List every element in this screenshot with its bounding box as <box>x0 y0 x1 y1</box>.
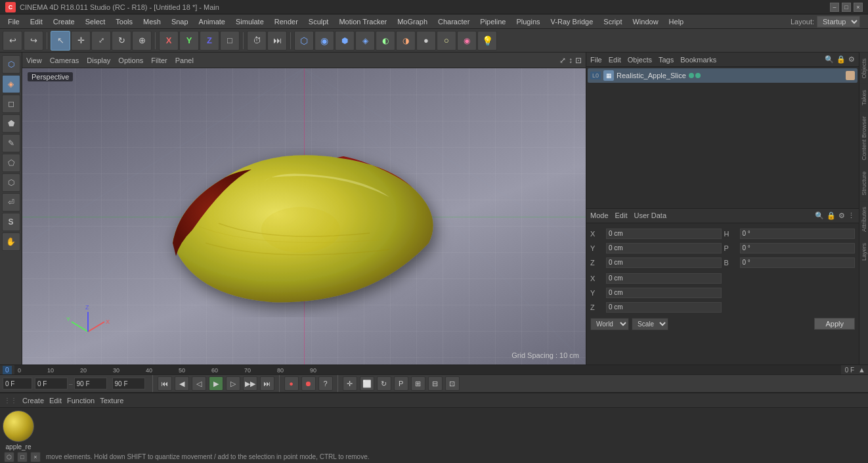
size-x-input[interactable] <box>606 273 722 284</box>
coord-b-input[interactable] <box>740 257 856 268</box>
light2-btn[interactable]: 💡 <box>477 31 497 51</box>
menu-simulate[interactable]: Simulate <box>230 16 269 27</box>
param-key-btn[interactable]: P <box>394 376 408 391</box>
attr-menu-mode[interactable]: Mode <box>590 211 609 219</box>
prev-key-button[interactable]: ◀ <box>175 376 189 391</box>
timeline-expand-btn[interactable]: ▲ <box>858 366 865 374</box>
tab-structure[interactable]: Structure <box>859 165 868 201</box>
vp-menu-filter[interactable]: Filter <box>151 56 167 64</box>
menu-animate[interactable]: Animate <box>194 16 230 27</box>
material-swatch-apple[interactable] <box>3 410 34 442</box>
obj-lock-icon[interactable]: 🔒 <box>836 55 846 64</box>
tab-attributes[interactable]: Attributes <box>859 201 868 237</box>
help-button[interactable]: ? <box>318 376 333 391</box>
menu-plugins[interactable]: Plugins <box>511 16 545 27</box>
tab-takes[interactable]: Takes <box>859 84 868 111</box>
poly-btn[interactable]: ⬢ <box>335 31 355 51</box>
rotate-key-btn[interactable]: ↻ <box>377 376 391 391</box>
obj-settings-icon[interactable]: ⚙ <box>848 55 855 64</box>
layout-dropdown[interactable]: Startup <box>817 16 860 28</box>
vp-ctrl-1[interactable]: ⤢ <box>559 56 566 65</box>
tab-objects[interactable]: Objects <box>859 53 868 84</box>
edge-mode-btn[interactable]: ⬟ <box>2 114 20 133</box>
axis-z-button[interactable]: Z <box>200 31 219 51</box>
polygon-mode-btn[interactable]: ◻ <box>2 95 20 113</box>
deform-btn[interactable]: ◐ <box>376 31 395 51</box>
attr-settings-icon[interactable]: ⚙ <box>838 211 845 220</box>
prev-frame-button[interactable]: ◁ <box>192 376 206 391</box>
keyframe-button[interactable]: ⏭ <box>267 31 287 51</box>
autokey-button[interactable]: ⏺ <box>301 376 316 391</box>
vp-ctrl-2[interactable]: ↕ <box>569 56 573 65</box>
texture-mode-btn[interactable]: ◈ <box>2 75 20 93</box>
object-mode-btn[interactable]: ⬡ <box>2 55 20 74</box>
obj-menu-objects[interactable]: Objects <box>628 56 652 64</box>
menu-character[interactable]: Character <box>433 16 475 27</box>
menu-file[interactable]: File <box>3 16 25 27</box>
vp-menu-panel[interactable]: Panel <box>175 56 194 64</box>
snap-btn[interactable]: ⬡ <box>2 173 20 192</box>
s-btn[interactable]: S <box>2 213 20 231</box>
current-frame-input[interactable] <box>3 378 32 389</box>
menu-sculpt[interactable]: Sculpt <box>303 16 334 27</box>
scale-system-dropdown[interactable]: Scale Size <box>632 318 668 330</box>
menu-mesh[interactable]: Mesh <box>138 16 166 27</box>
coord-p-input[interactable] <box>740 243 856 254</box>
attr-lock-icon[interactable]: 🔒 <box>827 211 836 220</box>
obj-menu-edit[interactable]: Edit <box>609 56 621 64</box>
tab-layers[interactable]: Layers <box>859 237 868 266</box>
cube-btn[interactable]: ⬡ <box>294 31 314 51</box>
obj-menu-tags[interactable]: Tags <box>659 56 674 64</box>
attr-menu-userdata[interactable]: User Data <box>634 211 667 219</box>
grab-btn[interactable]: ✋ <box>2 232 20 251</box>
sphere-btn[interactable]: ◉ <box>315 31 334 51</box>
point-key-btn[interactable]: ⊟ <box>428 376 443 391</box>
end-frame-input[interactable] <box>74 378 107 389</box>
axis-y-button[interactable]: Y <box>179 31 199 51</box>
live-select-btn[interactable]: ⬠ <box>2 154 20 172</box>
coord-h-input[interactable] <box>740 229 856 239</box>
obj-search-icon[interactable]: 🔍 <box>825 55 834 64</box>
menu-snap[interactable]: Snap <box>166 16 194 27</box>
menu-script[interactable]: Script <box>598 16 627 27</box>
camera-btn[interactable]: ● <box>416 31 436 51</box>
vp-menu-view[interactable]: View <box>26 56 42 64</box>
object-name-label[interactable]: Realistic_Apple_Slice <box>617 72 686 79</box>
vp-menu-options[interactable]: Options <box>118 56 143 64</box>
timeline-frame-marker[interactable]: 0 <box>3 366 12 374</box>
go-end-button[interactable]: ⏭ <box>260 376 274 391</box>
vp-menu-cameras[interactable]: Cameras <box>50 56 79 64</box>
size-z-input[interactable] <box>606 302 722 313</box>
next-frame-button[interactable]: ▷ <box>226 376 240 391</box>
apple-slice-3d[interactable] <box>140 112 468 322</box>
vp-ctrl-3[interactable]: ⊡ <box>575 56 582 65</box>
menu-edit[interactable]: Edit <box>25 16 48 27</box>
return-btn[interactable]: ⏎ <box>2 193 20 211</box>
coord-z1-input[interactable] <box>606 257 722 268</box>
menu-vray[interactable]: V-Ray Bridge <box>546 16 599 27</box>
scale-tool[interactable]: ⤢ <box>91 31 111 51</box>
redo-button[interactable]: ↪ <box>24 31 43 51</box>
attr-search-icon[interactable]: 🔍 <box>815 211 824 220</box>
next-key-button[interactable]: ▶▶ <box>243 376 257 391</box>
menu-pipeline[interactable]: Pipeline <box>475 16 511 27</box>
object-tag-icon[interactable] <box>846 71 855 80</box>
transform-tool[interactable]: ⊕ <box>132 31 152 51</box>
vis-dot-2[interactable] <box>695 73 701 78</box>
vis-dot-1[interactable] <box>689 73 694 78</box>
move-key-btn[interactable]: ✛ <box>343 376 357 391</box>
minimize-button[interactable]: – <box>830 3 839 12</box>
move-tool[interactable]: ✛ <box>71 31 91 51</box>
menu-select[interactable]: Select <box>80 16 111 27</box>
coord-y1-input[interactable] <box>606 243 722 254</box>
mat-menu-texture[interactable]: Texture <box>100 397 123 405</box>
free-axis-button[interactable]: □ <box>220 31 240 51</box>
undo-button[interactable]: ↩ <box>3 31 22 51</box>
coord-x1-input[interactable] <box>606 229 722 239</box>
menu-render[interactable]: Render <box>269 16 303 27</box>
close-button[interactable]: × <box>854 3 863 12</box>
film-btn[interactable]: ⊡ <box>445 376 460 391</box>
menu-tools[interactable]: Tools <box>110 16 138 27</box>
record-button[interactable]: ● <box>284 376 299 391</box>
effector-btn[interactable]: ◑ <box>396 31 416 51</box>
